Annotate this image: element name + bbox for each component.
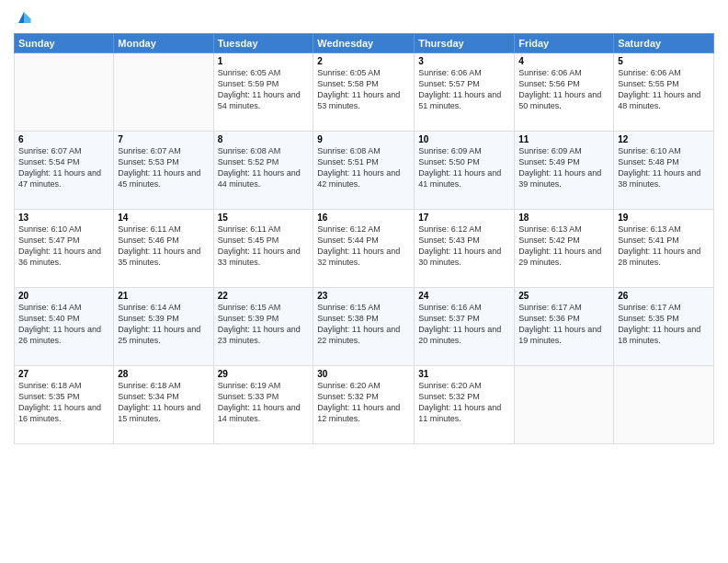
- day-number: 9: [317, 134, 410, 144]
- day-info: Sunrise: 6:06 AMSunset: 5:56 PMDaylight:…: [518, 67, 609, 112]
- day-cell: 14Sunrise: 6:11 AMSunset: 5:46 PMDayligh…: [114, 210, 213, 288]
- day-info: Sunrise: 6:12 AMSunset: 5:44 PMDaylight:…: [317, 224, 410, 269]
- day-number: 5: [618, 56, 710, 66]
- day-number: 25: [518, 291, 609, 301]
- day-number: 24: [418, 291, 510, 301]
- day-number: 11: [518, 134, 609, 144]
- weekday-friday: Friday: [515, 34, 614, 53]
- day-cell: 1Sunrise: 6:05 AMSunset: 5:59 PMDaylight…: [213, 53, 313, 132]
- svg-marker-1: [24, 12, 31, 23]
- day-info: Sunrise: 6:18 AMSunset: 5:34 PMDaylight:…: [118, 380, 209, 425]
- day-cell: 9Sunrise: 6:08 AMSunset: 5:51 PMDaylight…: [313, 132, 415, 210]
- day-info: Sunrise: 6:12 AMSunset: 5:43 PMDaylight:…: [418, 224, 510, 269]
- week-row-4: 20Sunrise: 6:14 AMSunset: 5:40 PMDayligh…: [15, 288, 714, 366]
- day-number: 16: [317, 213, 410, 223]
- day-cell: 2Sunrise: 6:05 AMSunset: 5:58 PMDaylight…: [313, 53, 415, 132]
- day-info: Sunrise: 6:18 AMSunset: 5:35 PMDaylight:…: [18, 380, 109, 425]
- weekday-saturday: Saturday: [614, 34, 714, 53]
- weekday-header-row: SundayMondayTuesdayWednesdayThursdayFrid…: [15, 34, 714, 53]
- day-info: Sunrise: 6:14 AMSunset: 5:40 PMDaylight:…: [18, 302, 109, 347]
- day-cell: 21Sunrise: 6:14 AMSunset: 5:39 PMDayligh…: [114, 288, 213, 366]
- calendar: SundayMondayTuesdayWednesdayThursdayFrid…: [14, 33, 714, 444]
- day-info: Sunrise: 6:20 AMSunset: 5:32 PMDaylight:…: [418, 380, 510, 425]
- day-number: 2: [317, 56, 410, 66]
- day-number: 1: [218, 56, 310, 66]
- day-cell: 25Sunrise: 6:17 AMSunset: 5:36 PMDayligh…: [515, 288, 614, 366]
- week-row-3: 13Sunrise: 6:10 AMSunset: 5:47 PMDayligh…: [15, 210, 714, 288]
- day-cell: [515, 366, 614, 444]
- day-info: Sunrise: 6:10 AMSunset: 5:47 PMDaylight:…: [18, 224, 109, 269]
- day-number: 7: [118, 134, 209, 144]
- day-info: Sunrise: 6:08 AMSunset: 5:52 PMDaylight:…: [218, 145, 310, 190]
- day-info: Sunrise: 6:16 AMSunset: 5:37 PMDaylight:…: [418, 302, 510, 347]
- day-cell: 4Sunrise: 6:06 AMSunset: 5:56 PMDaylight…: [515, 53, 614, 132]
- week-row-1: 1Sunrise: 6:05 AMSunset: 5:59 PMDaylight…: [15, 53, 714, 132]
- day-cell: 27Sunrise: 6:18 AMSunset: 5:35 PMDayligh…: [15, 366, 114, 444]
- day-cell: 30Sunrise: 6:20 AMSunset: 5:32 PMDayligh…: [313, 366, 415, 444]
- day-number: 26: [618, 291, 710, 301]
- day-number: 31: [418, 369, 510, 379]
- weekday-tuesday: Tuesday: [213, 34, 313, 53]
- day-info: Sunrise: 6:17 AMSunset: 5:35 PMDaylight:…: [618, 302, 710, 347]
- day-info: Sunrise: 6:05 AMSunset: 5:58 PMDaylight:…: [317, 67, 410, 112]
- day-cell: [15, 53, 114, 132]
- day-cell: 3Sunrise: 6:06 AMSunset: 5:57 PMDaylight…: [415, 53, 515, 132]
- day-cell: 8Sunrise: 6:08 AMSunset: 5:52 PMDaylight…: [213, 132, 313, 210]
- logo: [14, 9, 32, 26]
- day-info: Sunrise: 6:05 AMSunset: 5:59 PMDaylight:…: [218, 67, 310, 112]
- day-info: Sunrise: 6:06 AMSunset: 5:55 PMDaylight:…: [618, 67, 710, 112]
- day-info: Sunrise: 6:13 AMSunset: 5:42 PMDaylight:…: [518, 224, 609, 269]
- weekday-wednesday: Wednesday: [313, 34, 415, 53]
- day-number: 22: [218, 291, 310, 301]
- day-info: Sunrise: 6:15 AMSunset: 5:39 PMDaylight:…: [218, 302, 310, 347]
- day-info: Sunrise: 6:08 AMSunset: 5:51 PMDaylight:…: [317, 145, 410, 190]
- day-number: 23: [317, 291, 410, 301]
- day-info: Sunrise: 6:07 AMSunset: 5:54 PMDaylight:…: [18, 145, 109, 190]
- day-info: Sunrise: 6:20 AMSunset: 5:32 PMDaylight:…: [317, 380, 410, 425]
- day-cell: 29Sunrise: 6:19 AMSunset: 5:33 PMDayligh…: [213, 366, 313, 444]
- day-info: Sunrise: 6:15 AMSunset: 5:38 PMDaylight:…: [317, 302, 410, 347]
- day-cell: 24Sunrise: 6:16 AMSunset: 5:37 PMDayligh…: [415, 288, 515, 366]
- week-row-5: 27Sunrise: 6:18 AMSunset: 5:35 PMDayligh…: [15, 366, 714, 444]
- day-cell: 19Sunrise: 6:13 AMSunset: 5:41 PMDayligh…: [614, 210, 714, 288]
- day-number: 28: [118, 369, 209, 379]
- day-cell: 22Sunrise: 6:15 AMSunset: 5:39 PMDayligh…: [213, 288, 313, 366]
- day-cell: 16Sunrise: 6:12 AMSunset: 5:44 PMDayligh…: [313, 210, 415, 288]
- day-cell: 23Sunrise: 6:15 AMSunset: 5:38 PMDayligh…: [313, 288, 415, 366]
- day-number: 8: [218, 134, 310, 144]
- day-number: 4: [518, 56, 609, 66]
- day-info: Sunrise: 6:13 AMSunset: 5:41 PMDaylight:…: [618, 224, 710, 269]
- day-number: 30: [317, 369, 410, 379]
- day-cell: [614, 366, 714, 444]
- day-number: 27: [18, 369, 109, 379]
- logo-icon: [16, 9, 32, 26]
- day-number: 14: [118, 213, 209, 223]
- day-number: 10: [418, 134, 510, 144]
- day-number: 12: [618, 134, 710, 144]
- day-cell: 26Sunrise: 6:17 AMSunset: 5:35 PMDayligh…: [614, 288, 714, 366]
- week-row-2: 6Sunrise: 6:07 AMSunset: 5:54 PMDaylight…: [15, 132, 714, 210]
- day-cell: 15Sunrise: 6:11 AMSunset: 5:45 PMDayligh…: [213, 210, 313, 288]
- day-number: 18: [518, 213, 609, 223]
- day-cell: 17Sunrise: 6:12 AMSunset: 5:43 PMDayligh…: [415, 210, 515, 288]
- day-info: Sunrise: 6:14 AMSunset: 5:39 PMDaylight:…: [118, 302, 209, 347]
- day-cell: [114, 53, 213, 132]
- weekday-sunday: Sunday: [15, 34, 114, 53]
- day-info: Sunrise: 6:17 AMSunset: 5:36 PMDaylight:…: [518, 302, 609, 347]
- day-cell: 12Sunrise: 6:10 AMSunset: 5:48 PMDayligh…: [614, 132, 714, 210]
- day-number: 15: [218, 213, 310, 223]
- day-info: Sunrise: 6:07 AMSunset: 5:53 PMDaylight:…: [118, 145, 209, 190]
- day-number: 13: [18, 213, 109, 223]
- day-info: Sunrise: 6:19 AMSunset: 5:33 PMDaylight:…: [218, 380, 310, 425]
- day-info: Sunrise: 6:11 AMSunset: 5:46 PMDaylight:…: [118, 224, 209, 269]
- day-cell: 18Sunrise: 6:13 AMSunset: 5:42 PMDayligh…: [515, 210, 614, 288]
- day-number: 29: [218, 369, 310, 379]
- day-info: Sunrise: 6:09 AMSunset: 5:49 PMDaylight:…: [518, 145, 609, 190]
- day-cell: 10Sunrise: 6:09 AMSunset: 5:50 PMDayligh…: [415, 132, 515, 210]
- header: [14, 9, 714, 26]
- day-number: 17: [418, 213, 510, 223]
- day-number: 20: [18, 291, 109, 301]
- day-info: Sunrise: 6:11 AMSunset: 5:45 PMDaylight:…: [218, 224, 310, 269]
- day-cell: 11Sunrise: 6:09 AMSunset: 5:49 PMDayligh…: [515, 132, 614, 210]
- day-cell: 20Sunrise: 6:14 AMSunset: 5:40 PMDayligh…: [15, 288, 114, 366]
